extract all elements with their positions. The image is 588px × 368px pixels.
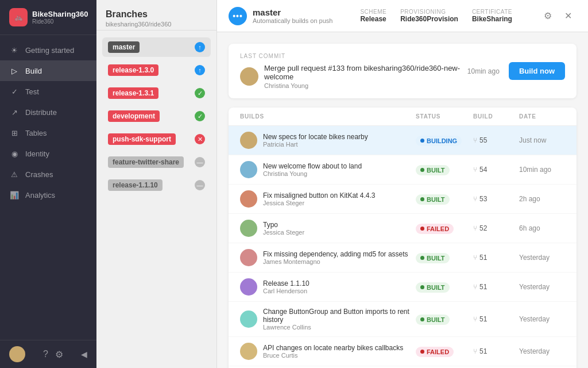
avatar	[240, 161, 257, 178]
table-row[interactable]: Fix missing dependency, adding md5 for a…	[229, 243, 577, 273]
sidebar-label-crashes: Crashes	[25, 170, 53, 179]
certificate-value: BikeSharing	[472, 15, 512, 23]
close-topbar-button[interactable]: ✕	[560, 8, 577, 24]
build-row-left: New welcome flow about to land Christina…	[240, 161, 416, 178]
sidebar-label-getting-started: Getting started	[25, 46, 74, 55]
build-number: ⑂ 51	[473, 315, 519, 323]
build-icon: ▷	[9, 66, 20, 76]
commit-title: Change ButtonGroup and Button imports to…	[263, 308, 416, 324]
builds-card: BUILDS Status Build Date New specs for l…	[229, 108, 577, 368]
build-commit-info: Fix missing dependency, adding md5 for a…	[263, 250, 408, 265]
branch-tag: release-1.1.10	[108, 179, 163, 191]
settings-topbar-button[interactable]: ⚙	[540, 8, 556, 24]
table-row[interactable]: New welcome flow about to land Christina…	[229, 155, 577, 185]
branch-description: Automatically builds on push	[253, 17, 332, 24]
builds-col-title: BUILDS	[240, 113, 416, 120]
status-badge-cell: FAILED	[416, 346, 473, 357]
commit-message: Merge pull request #133 from bikesharing…	[264, 64, 467, 81]
sidebar-item-getting-started[interactable]: ☀Getting started	[0, 40, 96, 60]
branch-tag: push-sdk-support	[108, 133, 176, 145]
branches-header: Branches bikesharing360/ride360	[96, 0, 216, 30]
branch-status-icon: —	[195, 180, 205, 190]
table-row[interactable]: Typo Jessica Steger FAILED ⑂ 52 6h ago	[229, 214, 577, 243]
branch-item-push-sdk-support[interactable]: push-sdk-support✕	[102, 129, 211, 149]
provisioning-value: Ride360Provision	[400, 15, 458, 23]
branch-item-release-1.1.10[interactable]: release-1.1.10—	[102, 175, 211, 195]
build-commit-info: API changes on locate nearby bikes callb…	[263, 344, 403, 359]
scheme-meta: SCHEME Release	[360, 9, 386, 23]
help-icon[interactable]: ?	[43, 349, 48, 359]
status-dot-icon	[420, 139, 424, 143]
branch-status-icon: ✓	[195, 88, 205, 98]
branch-status-icon: ↑	[195, 65, 205, 75]
build-number: ⑂ 54	[473, 166, 519, 174]
branch-status-icon: —	[195, 157, 205, 167]
sidebar-item-test[interactable]: ✓Test	[0, 81, 96, 102]
commit-main: LAST COMMIT Merge pull request #133 from…	[240, 53, 467, 89]
status-badge-cell: BUILT	[416, 281, 473, 293]
commit-text: Merge pull request #133 from bikesharing…	[264, 64, 467, 89]
table-row[interactable]: Fix misaligned button on KitKat 4.4.3 Je…	[229, 185, 577, 214]
fork-icon: ⑂	[473, 195, 477, 203]
commit-title: New specs for locate bikes nearby	[263, 133, 368, 141]
build-date: 10min ago	[519, 166, 565, 174]
commit-row-author: Carl Henderson	[263, 288, 310, 294]
status-dot-icon	[420, 256, 424, 260]
commit-info: Merge pull request #133 from bikesharing…	[240, 64, 467, 89]
avatar	[240, 278, 257, 296]
branch-avatar: •••	[229, 7, 247, 25]
settings-icon[interactable]: ⚙	[55, 349, 63, 360]
sidebar-item-identity[interactable]: ◉Identity	[0, 143, 96, 164]
sidebar-label-tables: Tables	[25, 129, 47, 137]
sidebar-item-build[interactable]: ▷Build	[0, 60, 96, 81]
branch-item-release-1.3.1[interactable]: release-1.3.1✓	[102, 83, 211, 103]
build-row-left: Fix misaligned button on KitKat 4.4.3 Je…	[240, 190, 416, 208]
table-row[interactable]: Change ButtonGroup and Button imports to…	[229, 302, 577, 337]
build-commit-info: Typo Jessica Steger	[263, 221, 304, 236]
user-avatar[interactable]	[9, 346, 25, 362]
crashes-icon: ⚠	[9, 169, 20, 179]
app-name: BikeSharing360	[32, 10, 88, 19]
status-badge-cell: BUILT	[416, 252, 473, 263]
collapse-sidebar-button[interactable]: ◀	[81, 350, 87, 359]
build-number: ⑂ 51	[473, 283, 519, 291]
status-badge-cell: BUILT	[416, 193, 473, 205]
build-now-button[interactable]: Build now	[509, 62, 565, 80]
branch-item-development[interactable]: development✓	[102, 106, 211, 126]
sidebar-item-analytics[interactable]: 📊Analytics	[0, 185, 96, 205]
logo-text-block: BikeSharing360 Ride360	[32, 10, 88, 25]
branch-item-feature-twitter-share[interactable]: feature-twitter-share—	[102, 152, 211, 172]
commit-row-author: Patricia Hart	[263, 141, 368, 148]
fork-icon: ⑂	[473, 283, 477, 291]
distribute-icon: ↗	[9, 107, 20, 117]
table-row[interactable]: API changes on locate nearby bikes callb…	[229, 337, 577, 366]
avatar	[240, 249, 257, 266]
sidebar-nav: ☀Getting started▷Build✓Test↗Distribute⊞T…	[0, 35, 96, 340]
table-row[interactable]: Release 1.1.10 Carl Henderson BUILT ⑂ 51…	[229, 273, 577, 302]
commit-title: New welcome flow about to land	[263, 162, 362, 170]
certificate-label: CERTIFICATE	[472, 9, 512, 15]
sidebar-item-tables[interactable]: ⊞Tables	[0, 122, 96, 143]
branch-item-release-1.3.0[interactable]: release-1.3.0↑	[102, 60, 211, 80]
sidebar-label-test: Test	[25, 87, 39, 96]
status-badge: BUILT	[416, 165, 450, 175]
table-row[interactable]: New specs for locate bikes nearby Patric…	[229, 126, 577, 155]
fork-icon: ⑂	[473, 347, 477, 355]
last-commit-card: LAST COMMIT Merge pull request #133 from…	[229, 44, 577, 98]
branch-name: master	[253, 7, 332, 17]
top-bar: ••• master Automatically builds on push …	[217, 0, 588, 32]
certificate-meta: CERTIFICATE BikeSharing	[472, 9, 512, 23]
build-date: 6h ago	[519, 224, 565, 232]
build-number: ⑂ 51	[473, 254, 519, 262]
build-commit-info: New welcome flow about to land Christina…	[263, 162, 362, 177]
sidebar-item-crashes[interactable]: ⚠Crashes	[0, 164, 96, 185]
app-product: Ride360	[32, 18, 88, 25]
commit-title: Fix misaligned button on KitKat 4.4.3	[263, 191, 375, 200]
fork-icon: ⑂	[473, 315, 477, 323]
commit-title: Typo	[263, 221, 304, 229]
commit-author-avatar	[240, 67, 258, 86]
commit-row-author: Christina Young	[263, 170, 362, 177]
builds-col-status: Status	[416, 113, 473, 120]
branch-item-master[interactable]: master↑	[102, 37, 211, 57]
sidebar-item-distribute[interactable]: ↗Distribute	[0, 102, 96, 122]
